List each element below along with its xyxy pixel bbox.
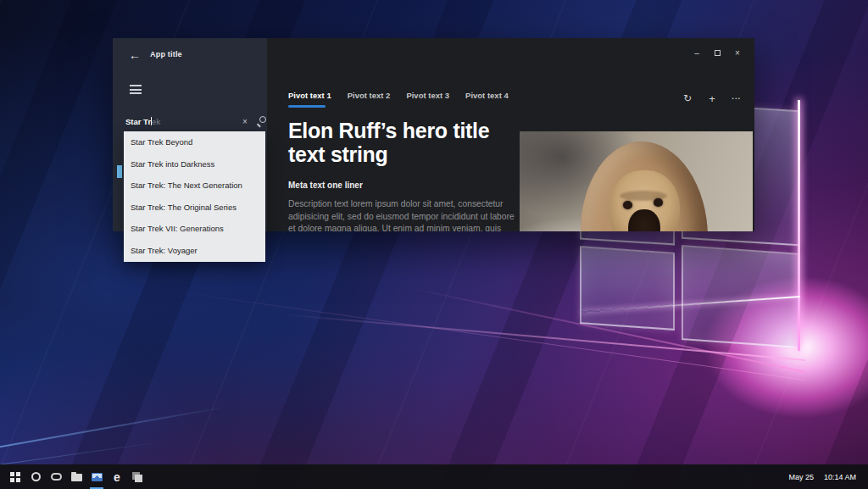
mail-app-button[interactable]	[86, 464, 107, 489]
pivot-label: Pivot text 3	[406, 91, 449, 100]
windows-logo-pane-bottom-left	[580, 246, 675, 331]
pivot-tabs: Pivot text 1 Pivot text 2 Pivot text 3 P…	[288, 91, 509, 108]
suggestion-item[interactable]: Star Trek: The Original Series	[124, 197, 265, 219]
app-title: App title	[150, 50, 182, 58]
suggestion-item[interactable]: Star Trek VII: Generations	[124, 218, 265, 240]
search-icon[interactable]	[256, 116, 266, 126]
add-icon[interactable]: +	[704, 91, 720, 106]
meta-text: Meta text one liner	[288, 181, 363, 190]
start-button[interactable]	[5, 464, 25, 489]
pivot-label: Pivot text 4	[465, 91, 509, 100]
description-text: Description text lorem ipsum dolor sit a…	[288, 198, 519, 231]
clock-time: 10:14 AM	[824, 473, 856, 481]
pivot-label: Pivot text 2	[348, 91, 391, 100]
content-pane: – × Pivot text 1 Pivot text 2 Pivot text…	[267, 38, 754, 231]
search-value[interactable]: Star Trek	[125, 117, 239, 126]
hero-image-pug-in-blanket	[520, 131, 753, 231]
taskbar-clock[interactable]: May 25 10:14 AM	[788, 473, 868, 481]
minimize-button[interactable]: –	[688, 45, 705, 60]
suggestion-item[interactable]: Star Trek: The Next Generation	[124, 175, 265, 197]
suggestion-item[interactable]: Star Trek Beyond	[124, 131, 265, 153]
search-typed: Star Tr	[125, 117, 151, 126]
maximize-icon	[715, 50, 721, 56]
task-view-button[interactable]	[46, 464, 66, 489]
cortana-icon	[31, 472, 41, 481]
folder-icon	[71, 474, 82, 481]
mail-icon	[92, 473, 103, 481]
tab-pivot-4[interactable]: Pivot text 4	[465, 91, 509, 108]
tab-pivot-1[interactable]: Pivot text 1	[288, 91, 331, 108]
cortana-button[interactable]	[25, 464, 46, 489]
suggestion-item[interactable]: Star Trek: Voyager	[124, 240, 265, 262]
edge-icon: e	[114, 471, 120, 483]
nav-selection-indicator	[117, 165, 122, 178]
windows-logo-icon	[10, 472, 20, 482]
clock-date: May 25	[788, 473, 814, 481]
edge-browser-button[interactable]: e	[107, 464, 127, 489]
close-button[interactable]: ×	[729, 45, 746, 60]
taskbar-icons: e	[0, 464, 147, 489]
desktop: ← App title Star Trek × – × Pivot t	[0, 0, 868, 489]
photos-app-button[interactable]	[127, 464, 147, 489]
search-suggestions-flyout: Star Trek Beyond Star Trek into Darkness…	[124, 131, 265, 262]
photos-icon	[132, 472, 142, 482]
tab-pivot-3[interactable]: Pivot text 3	[406, 91, 449, 108]
search-autocomplete-ghost: ek	[152, 117, 160, 126]
search-input[interactable]: Star Trek ×	[125, 112, 266, 131]
file-explorer-button[interactable]	[66, 464, 86, 489]
task-view-icon	[51, 473, 62, 481]
taskbar: e May 25 10:14 AM	[0, 464, 868, 489]
window-controls: – ×	[688, 45, 746, 60]
windows-logo-light-edge	[798, 100, 800, 351]
command-bar: ↻ + •••	[680, 91, 744, 106]
tab-pivot-2[interactable]: Pivot text 2	[348, 91, 391, 108]
more-options-icon[interactable]: •••	[729, 91, 744, 106]
maximize-button[interactable]	[709, 45, 726, 60]
photo-pug-eye	[654, 198, 663, 207]
app-window: ← App title Star Trek × – × Pivot t	[113, 38, 754, 231]
hamburger-icon[interactable]	[130, 85, 142, 94]
refresh-icon[interactable]: ↻	[680, 91, 695, 106]
hero-title: Elon Ruff’s hero title text string	[288, 119, 527, 166]
clear-search-icon[interactable]: ×	[239, 117, 251, 126]
photo-pug-eye	[623, 201, 632, 209]
pivot-label: Pivot text 1	[288, 91, 331, 100]
back-button[interactable]: ←	[126, 47, 143, 63]
active-tab-underline	[288, 105, 326, 108]
suggestion-item[interactable]: Star Trek into Darkness	[124, 153, 265, 175]
